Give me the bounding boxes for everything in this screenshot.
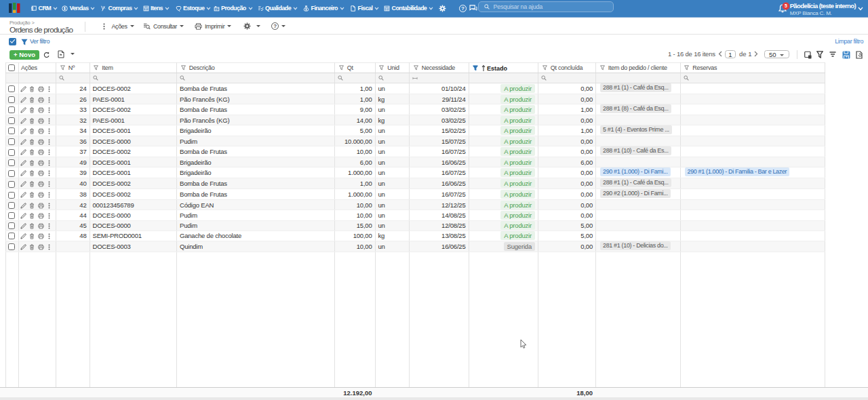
svg-text:5: 5 — [785, 3, 787, 8]
